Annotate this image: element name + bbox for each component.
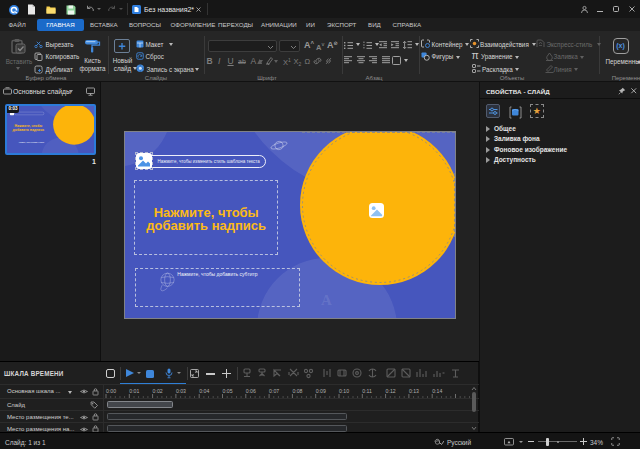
- svg-text:0:05: 0:05: [223, 388, 233, 394]
- svg-text:0:01: 0:01: [129, 388, 139, 394]
- svg-text:0:03: 0:03: [176, 388, 186, 394]
- svg-text:0:08: 0:08: [292, 388, 302, 394]
- svg-text:0:02: 0:02: [153, 388, 163, 394]
- svg-text:0:13: 0:13: [409, 388, 419, 394]
- svg-text:0:10: 0:10: [339, 388, 349, 394]
- svg-text:0:09: 0:09: [316, 388, 326, 394]
- svg-text:0:06: 0:06: [246, 388, 256, 394]
- svg-text:0:07: 0:07: [269, 388, 279, 394]
- svg-text:0:14: 0:14: [432, 388, 442, 394]
- svg-text:0:11: 0:11: [362, 388, 372, 394]
- svg-text:0:00: 0:00: [106, 388, 116, 394]
- svg-text:0:04: 0:04: [199, 388, 209, 394]
- svg-text:0:12: 0:12: [386, 388, 396, 394]
